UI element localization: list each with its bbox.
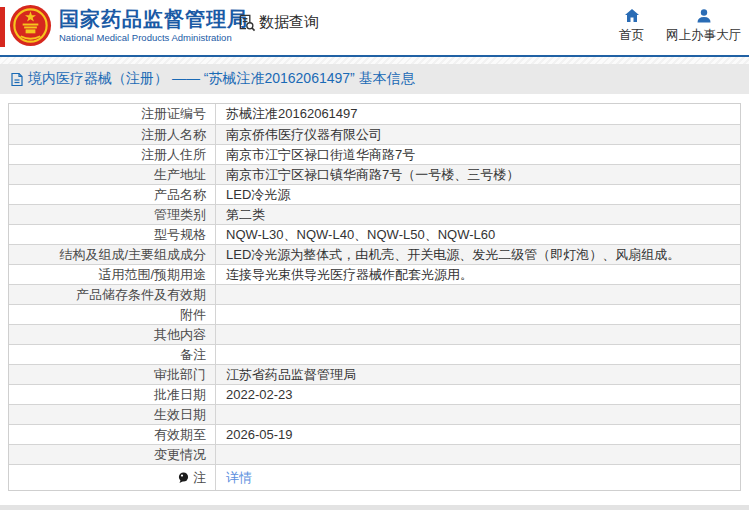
row-label: 有效期至 (9, 425, 216, 444)
table-row: 适用范围/预期用途连接导光束供导光医疗器械作配套光源用。 (9, 264, 740, 284)
row-value: 南京市江宁区禄口镇华商路7号（一号楼、三号楼） (216, 166, 740, 184)
note-balloon-icon (178, 472, 189, 484)
row-value: 南京市江宁区禄口街道华商路7号 (216, 146, 740, 164)
detail-link[interactable]: 详情 (226, 470, 252, 485)
row-value: 2022-02-23 (216, 387, 740, 402)
row-value: 第二类 (216, 206, 740, 224)
person-icon (696, 8, 712, 24)
row-label: 附件 (9, 305, 216, 324)
nmpa-logo[interactable]: 国家药品监督管理局 National Medical Products Admi… (0, 3, 248, 47)
logo-title: 国家药品监督管理局 (59, 7, 248, 31)
national-emblem-icon (9, 4, 52, 47)
row-label: 注册人住所 (9, 145, 216, 164)
table-row: 产品储存条件及有效期 (9, 284, 740, 304)
table-row: 生产地址南京市江宁区禄口镇华商路7号（一号楼、三号楼） (9, 164, 740, 184)
row-value: 南京侨伟医疗仪器有限公司 (216, 126, 740, 144)
emblem-ribbon (0, 7, 5, 47)
table-row: 变更情况 (9, 444, 740, 464)
document-search-icon (237, 13, 256, 32)
table-row: 其他内容 (9, 324, 740, 344)
table-row: 附件 (9, 304, 740, 324)
row-label: 产品储存条件及有效期 (9, 285, 216, 304)
row-label-text: 生效日期 (154, 406, 206, 424)
row-value: 连接导光束供导光医疗器械作配套光源用。 (216, 266, 740, 284)
table-row: 注册人名称南京侨伟医疗仪器有限公司 (9, 124, 740, 144)
row-label-text: 适用范围/预期用途 (98, 266, 206, 284)
top-nav: 首页 网上办事大厅 (619, 8, 741, 44)
table-row: 管理类别第二类 (9, 204, 740, 224)
row-label-text: 有效期至 (154, 426, 206, 444)
row-value: 江苏省药品监督管理局 (216, 366, 740, 384)
row-label: 备注 (9, 345, 216, 364)
row-label: 生产地址 (9, 165, 216, 184)
breadcrumb-text: 境内医疗器械（注册） —— “苏械注准20162061497” 基本信息 (28, 70, 415, 88)
row-value: 详情 (216, 469, 740, 487)
table-row: 批准日期2022-02-23 (9, 384, 740, 404)
document-icon (10, 72, 24, 87)
row-label: 管理类别 (9, 205, 216, 224)
table-row: 注详情 (9, 464, 740, 490)
row-label: 注册人名称 (9, 125, 216, 144)
row-label-text: 产品名称 (154, 186, 206, 204)
table-row: 型号规格NQW-L30、NQW-L40、NQW-L50、NQW-L60 (9, 224, 740, 244)
row-label: 其他内容 (9, 325, 216, 344)
data-query-label: 数据查询 (259, 13, 319, 32)
row-label: 变更情况 (9, 445, 216, 464)
row-label-text: 注册人名称 (141, 126, 206, 144)
breadcrumb: 境内医疗器械（注册） —— “苏械注准20162061497” 基本信息 (0, 64, 749, 94)
row-label-text: 其他内容 (154, 326, 206, 344)
row-label: 批准日期 (9, 385, 216, 404)
nav-home[interactable]: 首页 (619, 8, 644, 44)
table-row: 注册证编号苏械注准20162061497 (9, 104, 740, 124)
row-label: 审批部门 (9, 365, 216, 384)
row-label-text: 审批部门 (154, 366, 206, 384)
nav-online-hall[interactable]: 网上办事大厅 (666, 8, 741, 44)
row-label-text: 变更情况 (154, 446, 206, 464)
row-label-text: 结构及组成/主要组成成分 (59, 246, 206, 264)
row-value: 2026-05-19 (216, 427, 740, 442)
row-label-text: 注册人住所 (141, 146, 206, 164)
table-row: 备注 (9, 344, 740, 364)
table-row: 有效期至2026-05-19 (9, 424, 740, 444)
table-row: 生效日期 (9, 404, 740, 424)
row-value: LED冷光源 (216, 186, 740, 204)
row-label-text: 型号规格 (154, 226, 206, 244)
nav-home-label: 首页 (619, 27, 644, 44)
row-label-text: 产品储存条件及有效期 (76, 286, 206, 304)
row-label: 产品名称 (9, 185, 216, 204)
row-label-text: 附件 (180, 306, 206, 324)
table-row: 注册人住所南京市江宁区禄口街道华商路7号 (9, 144, 740, 164)
row-value: 苏械注准20162061497 (216, 105, 740, 123)
row-label-text: 注 (193, 469, 206, 487)
row-label: 注 (9, 465, 216, 490)
row-label-text: 注册证编号 (141, 105, 206, 123)
row-value: NQW-L30、NQW-L40、NQW-L50、NQW-L60 (216, 226, 740, 244)
row-label-text: 批准日期 (154, 386, 206, 404)
row-label-text: 管理类别 (154, 206, 206, 224)
page: 国家药品监督管理局 National Medical Products Admi… (0, 0, 749, 510)
row-label: 生效日期 (9, 405, 216, 424)
logo-subtitle: National Medical Products Administration (59, 31, 248, 44)
row-label: 注册证编号 (9, 104, 216, 124)
logo-text: 国家药品监督管理局 National Medical Products Admi… (59, 7, 248, 44)
registration-info-table: 注册证编号苏械注准20162061497注册人名称南京侨伟医疗仪器有限公司注册人… (8, 103, 741, 491)
data-query-button[interactable]: 数据查询 (237, 13, 319, 32)
row-label-text: 生产地址 (154, 166, 206, 184)
table-row: 结构及组成/主要组成成分LED冷光源为整体式，由机壳、开关电源、发光二级管（即灯… (9, 244, 740, 264)
nav-hall-label: 网上办事大厅 (666, 27, 741, 44)
row-label: 结构及组成/主要组成成分 (9, 245, 216, 264)
row-label: 型号规格 (9, 225, 216, 244)
table-row: 产品名称LED冷光源 (9, 184, 740, 204)
home-icon (624, 8, 640, 24)
row-label-text: 备注 (180, 346, 206, 364)
site-header: 国家药品监督管理局 National Medical Products Admi… (0, 0, 749, 55)
row-value: LED冷光源为整体式，由机壳、开关电源、发光二级管（即灯泡）、风扇组成。 (216, 246, 740, 264)
row-label: 适用范围/预期用途 (9, 265, 216, 284)
table-row: 审批部门江苏省药品监督管理局 (9, 364, 740, 384)
hatch-strip (0, 57, 749, 64)
footer-strip (0, 505, 749, 510)
